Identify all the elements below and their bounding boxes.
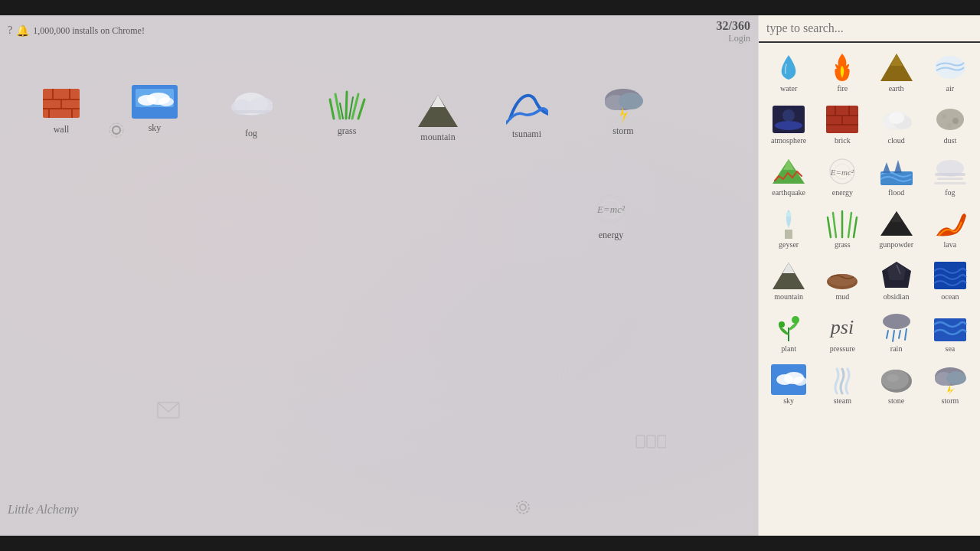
svg-point-14 xyxy=(158,97,174,106)
mud-label: mud xyxy=(835,292,849,301)
tsunami-canvas-label: tsunami xyxy=(512,129,541,140)
login-button[interactable]: Login xyxy=(717,33,750,44)
element-geyser[interactable]: geyser xyxy=(763,203,815,253)
svg-rect-37 xyxy=(636,435,645,448)
svg-point-75 xyxy=(786,212,792,217)
lava-icon xyxy=(931,207,969,240)
chrome-icon: 🔔 xyxy=(16,24,29,37)
element-steam[interactable]: steam xyxy=(816,359,868,409)
element-atmosphere[interactable]: atmosphere xyxy=(763,99,815,149)
element-mountain[interactable]: mountain xyxy=(763,255,815,305)
energy-label: energy xyxy=(832,188,853,197)
slots-icon xyxy=(635,435,666,452)
settings-icon[interactable] xyxy=(514,498,532,517)
svg-line-22 xyxy=(346,92,347,119)
brand-text: Little Alchemy xyxy=(8,503,79,516)
svg-rect-72 xyxy=(937,178,963,180)
element-obsidian[interactable]: obsidian xyxy=(871,255,923,305)
obsidian-label: obsidian xyxy=(884,292,910,301)
plant-label: plant xyxy=(781,344,796,353)
atmosphere-label: atmosphere xyxy=(771,136,806,145)
storm-label: storm xyxy=(941,396,959,405)
element-lava[interactable]: lava xyxy=(924,203,976,253)
canvas-energy[interactable]: E=mc² energy xyxy=(588,190,634,241)
element-sea[interactable]: sea xyxy=(924,307,976,357)
svg-point-92 xyxy=(779,321,785,328)
earthquake-label: earthquake xyxy=(772,188,805,197)
element-pressure[interactable]: psipressure xyxy=(816,307,868,357)
element-air[interactable]: air xyxy=(924,47,976,97)
bottom-bar xyxy=(0,536,980,551)
canvas-tsunami[interactable]: tsunami xyxy=(504,89,550,140)
canvas-fog[interactable]: fog xyxy=(228,88,274,139)
air-label: air xyxy=(946,84,955,93)
header-bar: ? 🔔 1,000,000 installs on Chrome! 32/360… xyxy=(0,15,758,46)
svg-point-61 xyxy=(947,123,952,128)
install-text: 1,000,000 installs on Chrome! xyxy=(33,25,145,37)
tsunami-canvas-icon xyxy=(504,89,550,127)
brick-label: brick xyxy=(835,136,851,145)
svg-rect-18 xyxy=(233,110,270,113)
svg-line-99 xyxy=(905,329,906,340)
mountain-canvas-label: mountain xyxy=(420,132,455,143)
svg-point-9 xyxy=(109,123,123,137)
element-plant[interactable]: plant xyxy=(763,307,815,357)
element-stone[interactable]: stone xyxy=(871,359,923,409)
element-energy[interactable]: E=mc²energy xyxy=(816,151,868,201)
element-mud[interactable]: mud xyxy=(816,255,868,305)
earthquake-icon xyxy=(769,155,808,187)
cloud-label: cloud xyxy=(888,136,905,145)
element-gunpowder[interactable]: gunpowder xyxy=(871,203,923,253)
element-rain[interactable]: rain xyxy=(871,307,923,357)
plant-icon xyxy=(769,311,808,344)
element-fire[interactable]: fire xyxy=(816,47,868,97)
element-earth[interactable]: earth xyxy=(871,47,923,97)
svg-line-77 xyxy=(833,213,836,237)
svg-rect-73 xyxy=(934,182,966,184)
svg-text:psi: psi xyxy=(829,316,854,338)
brand-label: Little Alchemy xyxy=(8,503,79,517)
cloud-icon xyxy=(877,103,916,135)
main-canvas[interactable]: ? 🔔 1,000,000 installs on Chrome! 32/360… xyxy=(0,15,758,536)
svg-marker-84 xyxy=(782,262,795,273)
search-input[interactable] xyxy=(766,21,972,35)
element-dust[interactable]: dust xyxy=(924,99,976,149)
svg-point-41 xyxy=(517,501,529,514)
count-login: 32/360 Login xyxy=(717,19,750,44)
energy-canvas-label: energy xyxy=(599,230,623,241)
canvas-grass[interactable]: grass xyxy=(324,86,370,137)
element-earthquake[interactable]: earthquake xyxy=(763,151,815,201)
grass-canvas-label: grass xyxy=(338,126,357,137)
svg-point-107 xyxy=(887,374,899,382)
element-flood[interactable]: flood xyxy=(871,151,923,201)
energy-icon: E=mc² xyxy=(823,155,861,187)
brick-icon xyxy=(823,103,861,135)
element-storm[interactable]: storm xyxy=(924,359,976,409)
fog-label: fog xyxy=(945,188,955,197)
element-brick[interactable]: brick xyxy=(816,99,868,149)
sky-label: sky xyxy=(783,396,794,405)
svg-line-80 xyxy=(854,217,857,237)
mail-icon xyxy=(157,402,180,422)
fire-icon xyxy=(823,51,861,83)
energy-canvas-icon: E=mc² xyxy=(588,190,634,228)
svg-rect-71 xyxy=(935,173,965,176)
canvas-storm[interactable]: storm xyxy=(600,86,646,137)
mountain-icon xyxy=(769,259,808,292)
svg-point-59 xyxy=(942,114,946,119)
pressure-label: pressure xyxy=(830,344,855,353)
element-fog[interactable]: fog xyxy=(924,151,976,201)
search-bar[interactable] xyxy=(759,15,980,43)
svg-marker-82 xyxy=(891,211,902,222)
element-cloud[interactable]: cloud xyxy=(871,99,923,149)
element-water[interactable]: water xyxy=(763,47,815,97)
svg-point-47 xyxy=(782,109,795,122)
svg-line-96 xyxy=(887,331,888,338)
element-ocean[interactable]: ocean xyxy=(924,255,976,305)
elements-grid: waterfireearthairatmospherebrickclouddus… xyxy=(759,43,980,536)
element-sky[interactable]: sky xyxy=(763,359,815,409)
canvas-sky[interactable]: sky xyxy=(132,83,178,134)
element-grass[interactable]: grass xyxy=(816,203,868,253)
canvas-wall[interactable]: wall xyxy=(38,84,84,135)
canvas-mountain[interactable]: mountain xyxy=(415,92,461,143)
